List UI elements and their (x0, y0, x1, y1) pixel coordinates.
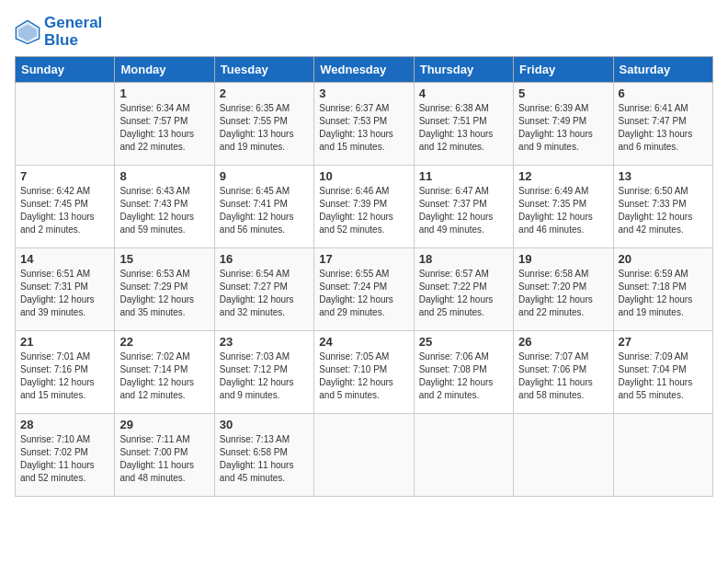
calendar-cell (514, 414, 613, 497)
day-info: Sunrise: 6:55 AMSunset: 7:24 PMDaylight:… (319, 268, 408, 319)
day-number: 5 (518, 86, 608, 100)
day-info: Sunrise: 7:03 AMSunset: 7:12 PMDaylight:… (220, 350, 309, 402)
day-info: Sunrise: 6:47 AMSunset: 7:37 PMDaylight:… (419, 185, 508, 236)
day-info: Sunrise: 6:49 AMSunset: 7:35 PMDaylight:… (518, 185, 608, 236)
day-number: 14 (20, 252, 109, 266)
day-info: Sunrise: 7:02 AMSunset: 7:14 PMDaylight:… (119, 350, 209, 402)
day-info: Sunrise: 6:54 AMSunset: 7:27 PMDaylight:… (220, 268, 309, 319)
calendar-cell: 21 Sunrise: 7:01 AMSunset: 7:16 PMDaylig… (16, 331, 115, 414)
calendar-cell: 10 Sunrise: 6:46 AMSunset: 7:39 PMDaylig… (314, 166, 414, 248)
calendar-cell: 23 Sunrise: 7:03 AMSunset: 7:12 PMDaylig… (214, 331, 313, 414)
day-number: 24 (319, 335, 408, 349)
day-number: 8 (119, 169, 209, 183)
calendar-cell: 16 Sunrise: 6:54 AMSunset: 7:27 PMDaylig… (214, 248, 313, 331)
day-number: 30 (220, 418, 309, 431)
day-number: 23 (220, 335, 309, 349)
calendar-cell: 25 Sunrise: 7:06 AMSunset: 7:08 PMDaylig… (414, 331, 513, 414)
day-number: 27 (619, 335, 708, 349)
day-number: 4 (419, 86, 508, 100)
calendar-table: SundayMondayTuesdayWednesdayThursdayFrid… (15, 56, 713, 497)
calendar-cell (16, 83, 115, 166)
day-info: Sunrise: 6:43 AMSunset: 7:43 PMDaylight:… (119, 185, 209, 236)
day-number: 2 (220, 86, 309, 100)
day-info: Sunrise: 6:39 AMSunset: 7:49 PMDaylight:… (518, 102, 608, 154)
day-info: Sunrise: 7:07 AMSunset: 7:06 PMDaylight:… (518, 350, 608, 402)
day-number: 1 (119, 86, 209, 100)
day-info: Sunrise: 6:35 AMSunset: 7:55 PMDaylight:… (220, 102, 309, 154)
day-info: Sunrise: 6:46 AMSunset: 7:39 PMDaylight:… (319, 185, 408, 236)
day-info: Sunrise: 7:05 AMSunset: 7:10 PMDaylight:… (319, 350, 408, 402)
calendar-cell: 2 Sunrise: 6:35 AMSunset: 7:55 PMDayligh… (214, 83, 313, 166)
calendar-cell: 28 Sunrise: 7:10 AMSunset: 7:02 PMDaylig… (16, 414, 115, 497)
calendar-cell: 3 Sunrise: 6:37 AMSunset: 7:53 PMDayligh… (314, 83, 414, 166)
calendar-cell (414, 414, 513, 497)
day-info: Sunrise: 7:11 AMSunset: 7:00 PMDaylight:… (119, 433, 209, 485)
calendar-cell: 22 Sunrise: 7:02 AMSunset: 7:14 PMDaylig… (115, 331, 214, 414)
day-number: 6 (619, 86, 708, 100)
day-header-sunday: Sunday (16, 57, 115, 83)
week-row-1: 1 Sunrise: 6:34 AMSunset: 7:57 PMDayligh… (16, 83, 713, 166)
calendar-cell: 26 Sunrise: 7:07 AMSunset: 7:06 PMDaylig… (514, 331, 613, 414)
day-info: Sunrise: 7:01 AMSunset: 7:16 PMDaylight:… (20, 350, 109, 402)
week-row-2: 7 Sunrise: 6:42 AMSunset: 7:45 PMDayligh… (16, 166, 713, 248)
day-number: 11 (419, 169, 508, 183)
day-number: 28 (20, 418, 109, 431)
calendar-cell: 6 Sunrise: 6:41 AMSunset: 7:47 PMDayligh… (613, 83, 712, 166)
day-number: 18 (419, 252, 508, 266)
day-number: 21 (20, 335, 109, 349)
calendar-cell: 24 Sunrise: 7:05 AMSunset: 7:10 PMDaylig… (314, 331, 414, 414)
calendar-cell: 27 Sunrise: 7:09 AMSunset: 7:04 PMDaylig… (613, 331, 712, 414)
day-info: Sunrise: 6:57 AMSunset: 7:22 PMDaylight:… (419, 268, 508, 319)
day-number: 17 (319, 252, 408, 266)
week-row-3: 14 Sunrise: 6:51 AMSunset: 7:31 PMDaylig… (16, 248, 713, 331)
day-number: 13 (619, 169, 708, 183)
calendar-cell: 5 Sunrise: 6:39 AMSunset: 7:49 PMDayligh… (514, 83, 613, 166)
day-number: 26 (518, 335, 608, 349)
day-number: 25 (419, 335, 508, 349)
day-info: Sunrise: 6:37 AMSunset: 7:53 PMDaylight:… (319, 102, 408, 154)
day-info: Sunrise: 7:06 AMSunset: 7:08 PMDaylight:… (419, 350, 508, 402)
day-info: Sunrise: 6:58 AMSunset: 7:20 PMDaylight:… (518, 268, 608, 319)
day-number: 20 (619, 252, 708, 266)
day-header-thursday: Thursday (414, 57, 513, 83)
day-info: Sunrise: 6:53 AMSunset: 7:29 PMDaylight:… (119, 268, 209, 319)
day-info: Sunrise: 6:51 AMSunset: 7:31 PMDaylight:… (20, 268, 109, 319)
calendar-cell: 29 Sunrise: 7:11 AMSunset: 7:00 PMDaylig… (115, 414, 214, 497)
day-info: Sunrise: 6:34 AMSunset: 7:57 PMDaylight:… (119, 102, 209, 154)
calendar-cell (613, 414, 712, 497)
calendar-cell: 17 Sunrise: 6:55 AMSunset: 7:24 PMDaylig… (314, 248, 414, 331)
day-info: Sunrise: 6:45 AMSunset: 7:41 PMDaylight:… (220, 185, 309, 236)
day-number: 7 (20, 169, 109, 183)
day-info: Sunrise: 6:41 AMSunset: 7:47 PMDaylight:… (619, 102, 708, 154)
calendar-cell: 12 Sunrise: 6:49 AMSunset: 7:35 PMDaylig… (514, 166, 613, 248)
logo-icon (15, 19, 40, 45)
day-info: Sunrise: 6:59 AMSunset: 7:18 PMDaylight:… (619, 268, 708, 319)
calendar-cell: 30 Sunrise: 7:13 AMSunset: 6:58 PMDaylig… (214, 414, 313, 497)
day-number: 22 (119, 335, 209, 349)
week-row-4: 21 Sunrise: 7:01 AMSunset: 7:16 PMDaylig… (16, 331, 713, 414)
header-row: SundayMondayTuesdayWednesdayThursdayFrid… (16, 57, 713, 83)
calendar-cell: 4 Sunrise: 6:38 AMSunset: 7:51 PMDayligh… (414, 83, 513, 166)
calendar-cell: 7 Sunrise: 6:42 AMSunset: 7:45 PMDayligh… (16, 166, 115, 248)
day-number: 29 (119, 418, 209, 431)
day-info: Sunrise: 6:42 AMSunset: 7:45 PMDaylight:… (20, 185, 109, 236)
day-info: Sunrise: 7:13 AMSunset: 6:58 PMDaylight:… (220, 433, 309, 485)
day-info: Sunrise: 7:09 AMSunset: 7:04 PMDaylight:… (619, 350, 708, 402)
day-number: 15 (119, 252, 209, 266)
calendar-cell: 19 Sunrise: 6:58 AMSunset: 7:20 PMDaylig… (514, 248, 613, 331)
calendar-cell: 15 Sunrise: 6:53 AMSunset: 7:29 PMDaylig… (115, 248, 214, 331)
day-number: 10 (319, 169, 408, 183)
calendar-cell: 14 Sunrise: 6:51 AMSunset: 7:31 PMDaylig… (16, 248, 115, 331)
calendar-cell: 11 Sunrise: 6:47 AMSunset: 7:37 PMDaylig… (414, 166, 513, 248)
calendar-cell (314, 414, 414, 497)
day-header-tuesday: Tuesday (214, 57, 313, 83)
day-info: Sunrise: 6:38 AMSunset: 7:51 PMDaylight:… (419, 102, 508, 154)
day-number: 3 (319, 86, 408, 100)
day-number: 16 (220, 252, 309, 266)
calendar-cell: 13 Sunrise: 6:50 AMSunset: 7:33 PMDaylig… (613, 166, 712, 248)
day-number: 9 (220, 169, 309, 183)
day-info: Sunrise: 7:10 AMSunset: 7:02 PMDaylight:… (20, 433, 109, 485)
day-number: 12 (518, 169, 608, 183)
day-header-wednesday: Wednesday (314, 57, 414, 83)
calendar-cell: 8 Sunrise: 6:43 AMSunset: 7:43 PMDayligh… (115, 166, 214, 248)
